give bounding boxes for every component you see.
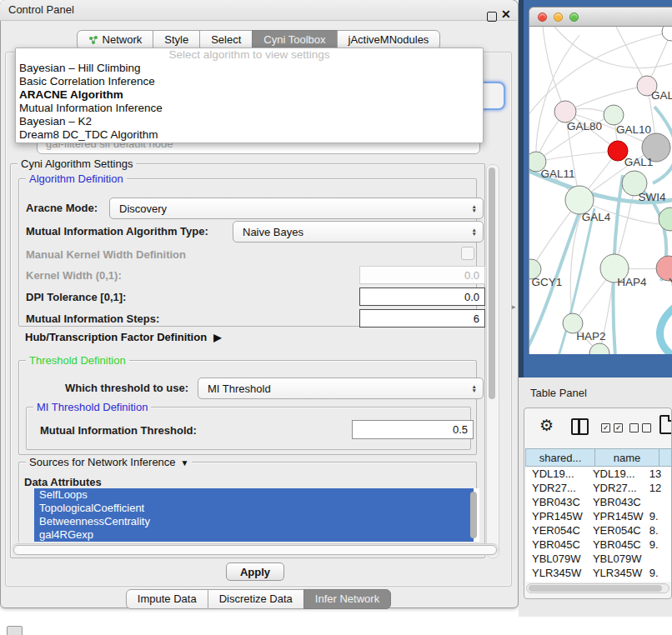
scrollbar-thumb[interactable] [529, 585, 662, 592]
data-attributes-list: SelfLoopsTopologicalCoefficientBetweenne… [34, 488, 479, 542]
node-table-frame: ⚙ ✓✓ shared...nameA YDL19...YDL19...13YD… [524, 408, 672, 599]
settings-vertical-scrollbar[interactable] [486, 164, 499, 558]
attribute-item[interactable]: TopologicalCoefficient [34, 502, 474, 515]
table-cell: YPR145W [526, 509, 587, 523]
network-canvas[interactable]: GALGAL80GAL10GAL1GAL11SWI4GAL4GCY1HAP4YH… [529, 27, 672, 354]
tab-discretize-data[interactable]: Discretize Data [208, 589, 304, 609]
network-node[interactable] [659, 208, 672, 231]
table-row[interactable]: YLR345WYLR345W9. [526, 566, 672, 580]
scrollbar-thumb[interactable] [489, 168, 495, 399]
zoom-traffic-light-icon[interactable] [569, 12, 579, 22]
algorithm-option[interactable]: ARACNE Algorithm [16, 88, 483, 102]
aracne-mode-combo[interactable]: Discovery ▲▼ [109, 198, 484, 219]
float-window-icon[interactable] [487, 12, 497, 22]
checked-pair-icon[interactable]: ✓✓ [601, 423, 623, 432]
table-row[interactable]: YDR27...YDR27...12 [526, 481, 672, 495]
apply-button[interactable]: Apply [226, 562, 284, 581]
network-node[interactable] [604, 105, 624, 125]
split-columns-icon[interactable] [571, 418, 589, 435]
threshold-definition-title: Threshold Definition [26, 354, 129, 367]
mi-threshold-field[interactable]: 0.5 [352, 420, 474, 439]
kernel-width-value: 0.0 [464, 269, 479, 282]
sources-group: Sources for Network Inference▼ Data Attr… [18, 462, 477, 542]
table-row[interactable]: YIL052CYIL052C9 [526, 580, 672, 582]
table-cell: YDL19... [526, 467, 587, 481]
table-row[interactable]: YBR045CYBR045C9. [526, 538, 672, 552]
which-threshold-label: Which threshold to use: [65, 382, 188, 394]
sources-group-title[interactable]: Sources for Network Inference▼ [26, 456, 192, 468]
tab-infer-network[interactable]: Infer Network [303, 589, 391, 609]
close-traffic-light-icon[interactable] [538, 12, 547, 22]
network-node[interactable] [565, 186, 594, 214]
algorithm-option[interactable]: Basic Correlation Inference [16, 75, 483, 88]
network-node[interactable] [662, 27, 672, 41]
minimized-window-icon[interactable] [7, 626, 23, 635]
table-horizontal-scrollbar[interactable] [526, 583, 669, 593]
network-node-label: Y [669, 276, 672, 288]
table-toolbar: ⚙ ✓✓ [524, 408, 671, 447]
minimize-traffic-light-icon[interactable] [554, 12, 563, 22]
column-header[interactable]: name [594, 448, 659, 467]
table-cell: YER054C [526, 523, 587, 538]
algorithm-option[interactable]: Bayesian – K2 [16, 115, 483, 128]
mi-type-combo[interactable]: Naive Bayes ▲▼ [233, 221, 484, 242]
network-window-titlebar[interactable] [529, 7, 672, 27]
table-cell: YBL079W [587, 552, 644, 566]
tab-label: Network [103, 31, 143, 49]
algorithm-option[interactable]: Dream8 DC_TDC Algorithm [16, 128, 483, 142]
table-cell: YBR045C [587, 538, 644, 552]
which-threshold-combo[interactable]: MI Threshold ▲▼ [198, 378, 484, 399]
tab-label: Impute Data [138, 590, 197, 608]
panel-splitter-handle[interactable]: ▸ [512, 302, 516, 311]
dpi-tolerance-field[interactable]: 0.0 [359, 288, 485, 306]
manual-kernel-label: Manual Kernel Width Definition [26, 248, 186, 261]
table-row[interactable]: YDL19...YDL19...13 [526, 467, 672, 481]
network-node-label: GAL [651, 89, 672, 102]
network-node-label: GAL1 [624, 156, 654, 168]
table-row[interactable]: YBL079WYBL079W [526, 552, 672, 566]
network-graph: GALGAL80GAL10GAL1GAL11SWI4GAL4GCY1HAP4YH… [529, 27, 672, 354]
network-edge [554, 27, 672, 68]
network-node-label: HAP4 [617, 276, 647, 288]
hub-factor-section-toggle[interactable]: Hub/Transcription Factor Definition▶ [25, 331, 221, 343]
table-header: shared...nameA [526, 448, 672, 467]
mi-steps-field[interactable]: 6 [359, 309, 485, 328]
scrollbar-thumb[interactable] [13, 545, 497, 555]
close-icon[interactable]: ✕ [501, 8, 511, 20]
tab-label: Infer Network [315, 590, 379, 608]
table-row[interactable]: YBR043CYBR043C [526, 495, 672, 509]
attribute-item[interactable]: gal4RGexp [34, 528, 474, 542]
table-row[interactable]: YPR145WYPR145W9. [526, 509, 672, 523]
column-header[interactable]: A [659, 448, 672, 467]
algorithm-option[interactable]: Bayesian – Hill Climbing [16, 62, 483, 75]
table-cell: 9. [644, 509, 672, 523]
table-row[interactable]: YER054CYER054C8. [526, 523, 672, 538]
list-scrollbar[interactable] [470, 490, 479, 540]
table-cell: 9 [644, 580, 672, 582]
column-header[interactable]: shared... [525, 448, 595, 467]
tab-impute-data[interactable]: Impute Data [126, 589, 208, 609]
document-icon[interactable] [659, 415, 672, 434]
aracne-mode-value: Discovery [119, 202, 167, 215]
network-node-label: GAL4 [582, 211, 611, 223]
attribute-item[interactable]: BetweennessCentrality [34, 515, 474, 528]
threshold-definition-group: Threshold Definition Which threshold to … [18, 360, 477, 455]
kernel-width-field[interactable]: 0.0 [359, 266, 485, 284]
network-tab-icon [88, 35, 98, 45]
manual-kernel-checkbox[interactable] [461, 247, 474, 260]
network-edge [659, 300, 672, 354]
scrollbar-thumb[interactable] [470, 492, 477, 538]
table-cell: 12 [644, 481, 672, 495]
unchecked-pair-icon[interactable] [629, 423, 651, 432]
table-cell: 9. [644, 538, 672, 552]
algorithm-option[interactable]: Mutual Information Inference [16, 102, 483, 115]
network-node[interactable] [589, 343, 609, 354]
gear-icon[interactable]: ⚙ [539, 417, 554, 435]
mi-threshold-label: Mutual Information Threshold: [40, 424, 197, 437]
attribute-item[interactable]: SelfLoops [34, 488, 474, 502]
collapsed-arrow-icon: ▶ [213, 332, 221, 343]
control-panel-titlebar: Control Panel ✕ [0, 0, 517, 21]
settings-horizontal-scrollbar[interactable] [12, 543, 499, 556]
mi-threshold-group: MI Threshold Definition Mutual Informati… [26, 407, 471, 450]
network-edge [543, 27, 565, 112]
